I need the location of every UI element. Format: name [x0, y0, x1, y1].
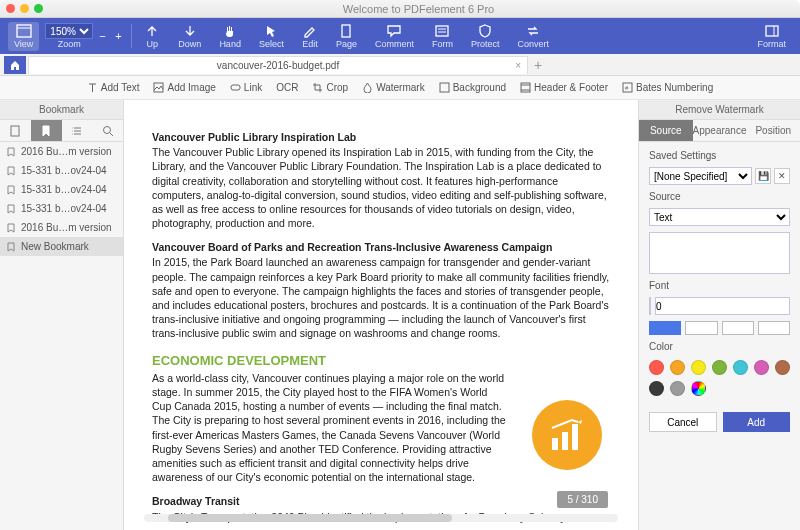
- watermark-button[interactable]: Watermark: [362, 82, 425, 93]
- format-button[interactable]: Format: [751, 22, 792, 51]
- main-toolbar: View 150% Zoom − + Up Down Hand Select E…: [0, 18, 800, 54]
- font-select[interactable]: No Value: [649, 297, 651, 315]
- page-indicator: 5 / 310: [557, 491, 608, 509]
- close-tab-button[interactable]: ×: [515, 60, 521, 71]
- svg-rect-2: [342, 25, 350, 37]
- bookmark-item[interactable]: 15-331 b…ov24-04: [0, 180, 123, 199]
- form-button[interactable]: Form: [426, 22, 459, 51]
- tab-position[interactable]: Position: [746, 120, 800, 141]
- home-tab[interactable]: [4, 56, 26, 74]
- bookmark-item[interactable]: 2016 Bu…m version: [0, 142, 123, 161]
- zoom-in-button[interactable]: +: [111, 29, 125, 43]
- down-button[interactable]: Down: [172, 22, 207, 51]
- horizontal-scrollbar[interactable]: [144, 514, 618, 522]
- bookmark-item[interactable]: New Bookmark: [0, 237, 123, 256]
- list-icon: [71, 125, 83, 137]
- color-swatch[interactable]: [670, 360, 685, 375]
- svg-rect-0: [17, 25, 31, 37]
- ocr-button[interactable]: OCR: [276, 82, 298, 93]
- svg-rect-20: [572, 424, 578, 450]
- font-size-input[interactable]: [655, 297, 790, 315]
- sidebar-tab-bookmarks[interactable]: [31, 120, 62, 141]
- page-button[interactable]: Page: [330, 22, 363, 51]
- document-view[interactable]: Vancouver Public Library Inspiration Lab…: [124, 100, 638, 530]
- color-swatch[interactable]: [754, 360, 769, 375]
- source-type-select[interactable]: Text: [649, 208, 790, 226]
- color-swatch[interactable]: [670, 381, 685, 396]
- bookmark-item[interactable]: 15-331 b…ov24-04: [0, 161, 123, 180]
- sidebar: Bookmark 2016 Bu…m version 15-331 b…ov24…: [0, 100, 124, 530]
- arrow-up-icon: [144, 24, 160, 38]
- doc-section-heading: ECONOMIC DEVELOPMENT: [152, 352, 610, 370]
- select-button[interactable]: Select: [253, 22, 290, 51]
- scroll-thumb[interactable]: [168, 514, 452, 522]
- view-button[interactable]: View: [8, 22, 39, 51]
- saved-settings-select[interactable]: [None Specified]: [649, 167, 752, 185]
- comment-button[interactable]: Comment: [369, 22, 420, 51]
- add-button[interactable]: Add: [723, 412, 791, 432]
- bookmark-icon: [6, 185, 16, 195]
- link-icon: [230, 82, 241, 93]
- color-swatch[interactable]: [775, 360, 790, 375]
- doc-heading: Vancouver Board of Parks and Recreation …: [152, 240, 610, 254]
- color-swatch[interactable]: [649, 360, 664, 375]
- svg-rect-11: [521, 83, 530, 92]
- shield-icon: [477, 24, 493, 38]
- align-right-button[interactable]: [722, 321, 754, 335]
- protect-button[interactable]: Protect: [465, 22, 506, 51]
- panel-title: Remove Watermark: [639, 100, 800, 120]
- minimize-window[interactable]: [20, 4, 29, 13]
- bookmark-item[interactable]: 15-331 b…ov24-04: [0, 199, 123, 218]
- hand-button[interactable]: Hand: [213, 22, 247, 51]
- color-swatch[interactable]: [691, 360, 706, 375]
- new-tab-button[interactable]: +: [528, 57, 548, 73]
- header-footer-button[interactable]: Header & Footer: [520, 82, 608, 93]
- color-swatch[interactable]: [649, 381, 664, 396]
- up-button[interactable]: Up: [138, 22, 166, 51]
- document-tab[interactable]: vancouver-2016-budget.pdf ×: [28, 56, 528, 74]
- edit-button[interactable]: Edit: [296, 22, 324, 51]
- color-swatch[interactable]: [712, 360, 727, 375]
- comment-icon: [386, 24, 402, 38]
- window-controls: [6, 4, 43, 13]
- maximize-window[interactable]: [34, 4, 43, 13]
- crop-icon: [312, 82, 323, 93]
- delete-settings-button[interactable]: ✕: [774, 168, 790, 184]
- tab-appearance[interactable]: Appearance: [693, 120, 747, 141]
- sidebar-title: Bookmark: [0, 100, 123, 120]
- svg-rect-9: [231, 85, 240, 90]
- zoom-control: 150% Zoom − +: [45, 23, 125, 49]
- color-swatch[interactable]: [691, 381, 706, 396]
- align-left-button[interactable]: [649, 321, 681, 335]
- convert-button[interactable]: Convert: [511, 22, 555, 51]
- tab-source[interactable]: Source: [639, 120, 693, 141]
- align-center-button[interactable]: [685, 321, 717, 335]
- add-text-button[interactable]: Add Text: [87, 82, 140, 93]
- background-button[interactable]: Background: [439, 82, 506, 93]
- crop-button[interactable]: Crop: [312, 82, 348, 93]
- image-icon: [153, 82, 164, 93]
- window-title: Welcome to PDFelement 6 Pro: [43, 3, 794, 15]
- zoom-select[interactable]: 150%: [45, 23, 93, 39]
- chart-badge: [532, 400, 602, 470]
- header-footer-icon: [520, 82, 531, 93]
- cancel-button[interactable]: Cancel: [649, 412, 717, 432]
- bates-button[interactable]: #Bates Numbering: [622, 82, 713, 93]
- sidebar-tabs: [0, 120, 123, 142]
- bookmark-item[interactable]: 2016 Bu…m version: [0, 218, 123, 237]
- bar-chart-icon: [546, 414, 588, 456]
- sidebar-tab-search[interactable]: [92, 120, 123, 141]
- close-window[interactable]: [6, 4, 15, 13]
- link-button[interactable]: Link: [230, 82, 262, 93]
- sidebar-tab-outline[interactable]: [62, 120, 93, 141]
- source-text-input[interactable]: [649, 232, 790, 274]
- save-settings-button[interactable]: 💾: [755, 168, 771, 184]
- color-swatch[interactable]: [733, 360, 748, 375]
- cursor-icon: [263, 24, 279, 38]
- titlebar: Welcome to PDFelement 6 Pro: [0, 0, 800, 18]
- align-justify-button[interactable]: [758, 321, 790, 335]
- sidebar-tab-thumbnails[interactable]: [0, 120, 31, 141]
- zoom-out-button[interactable]: −: [95, 29, 109, 43]
- add-image-button[interactable]: Add Image: [153, 82, 215, 93]
- doc-paragraph: In 2015, the Park Board launched an awar…: [152, 255, 610, 340]
